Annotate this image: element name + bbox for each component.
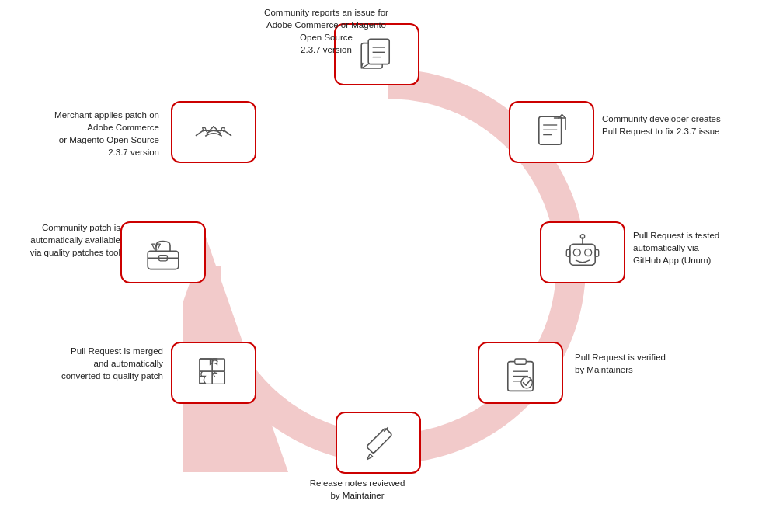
workflow-diagram: Community reports an issue for Adobe Com… xyxy=(0,0,776,532)
label-left: Community patch is automatically availab… xyxy=(0,221,120,259)
pull-request-icon xyxy=(531,111,572,153)
verified-icon xyxy=(499,352,541,394)
svg-point-14 xyxy=(585,249,592,256)
svg-rect-6 xyxy=(539,116,562,144)
puzzle-icon xyxy=(193,352,235,394)
svg-rect-15 xyxy=(566,249,570,256)
release-notes-box xyxy=(336,412,421,474)
puzzle-box xyxy=(171,342,256,404)
label-bottomright: Pull Request is verified by Maintainers xyxy=(575,351,711,376)
label-bottom: Release notes reviewed by Maintainer xyxy=(280,477,435,502)
robot-box xyxy=(540,221,625,283)
handshake-box xyxy=(171,101,256,163)
svg-rect-18 xyxy=(515,359,526,364)
label-bottomleft: Pull Request is merged and automatically… xyxy=(23,345,163,382)
label-right: Pull Request is tested automatically via… xyxy=(633,229,769,266)
verified-box xyxy=(478,342,563,404)
pr-create-box xyxy=(509,101,594,163)
label-top: Community reports an issue for Adobe Com… xyxy=(256,6,396,56)
svg-rect-16 xyxy=(595,249,599,256)
label-topright: Community developer creates Pull Request… xyxy=(602,113,738,137)
svg-rect-23 xyxy=(367,428,392,454)
label-topleft: Merchant applies patch on Adobe Commerce… xyxy=(16,109,159,158)
svg-rect-29 xyxy=(148,251,179,269)
pen-icon xyxy=(357,422,399,464)
robot-icon xyxy=(562,231,604,273)
toolbox-icon xyxy=(142,231,184,273)
toolbox-box xyxy=(120,221,206,283)
svg-point-13 xyxy=(573,249,580,256)
handshake-icon xyxy=(193,111,235,153)
